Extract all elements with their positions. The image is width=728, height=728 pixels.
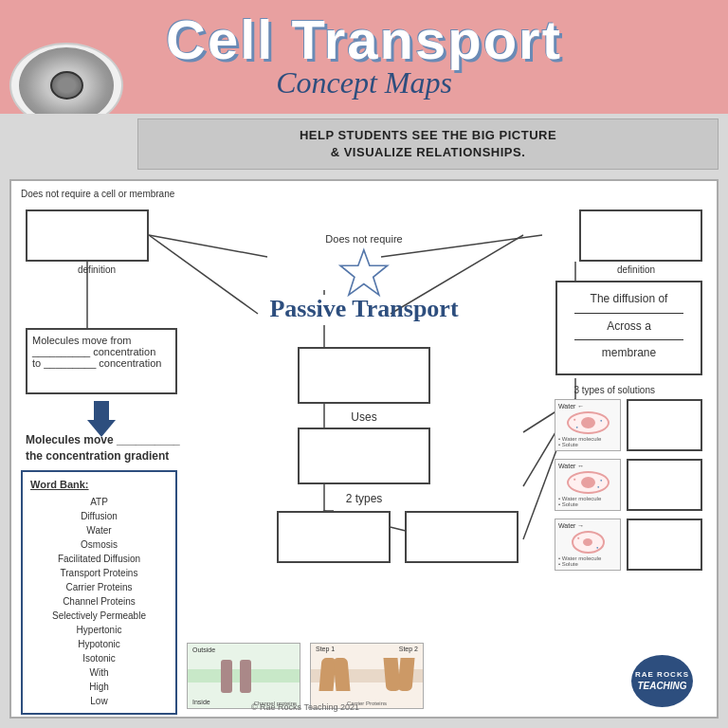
definition-label-left: definition <box>78 264 116 275</box>
header: Cell Transport Concept Maps <box>0 0 728 114</box>
star-container: Does not require <box>325 233 402 300</box>
box-top-right[interactable] <box>579 209 702 262</box>
word-bank-item-13: With <box>30 665 168 680</box>
subtitle: Concept Maps <box>276 65 452 100</box>
cell-nucleus <box>50 71 83 100</box>
diffusion-across: Across a <box>565 318 693 336</box>
box-center-bot1[interactable] <box>277 511 391 563</box>
diffusion-membrane: membrane <box>565 344 693 362</box>
bottom-image-channel: Inside Outside Channel proteins <box>187 643 300 709</box>
word-bank-item-8: Channel Proteins <box>30 594 168 609</box>
solutions-boxes: Water ← ● ● ● • Water molecule • Solute <box>555 399 702 571</box>
cell-inner-1 <box>581 417 595 428</box>
cell-inner-3 <box>583 538 592 546</box>
word-bank-item-4: Osmosis <box>30 537 168 552</box>
box-center-mid[interactable] <box>298 428 430 484</box>
solution-image-3: Water → ● ● • Water molecule • Solute <box>555 519 621 571</box>
word-bank-item-10: Hypertonic <box>30 623 168 637</box>
svg-marker-19 <box>340 250 388 295</box>
word-bank-item-6: Transport Proteins <box>30 566 168 580</box>
solution-row-1: Water ← ● ● ● • Water molecule • Solute <box>555 399 702 451</box>
info-line1: HELP STUDENTS SEE THE BIG PICTURE <box>153 127 703 144</box>
logo-line1: RAE ROCKS <box>635 670 689 680</box>
word-bank-item-14: High <box>30 680 168 694</box>
cell-inner-2 <box>581 477 595 488</box>
word-bank-item-9: Selectively Permeable <box>30 609 168 623</box>
word-bank-item-12: Isotonic <box>30 651 168 665</box>
to-concentration: to _________ concentration <box>32 357 171 369</box>
solution-row-2: Water ↔ ● ● ● • Water molecule • Solute <box>555 459 702 511</box>
arrow-shaft <box>94 401 109 420</box>
word-bank: Word Bank: ATP Diffusion Water Osmosis F… <box>21 470 177 715</box>
info-line2: & VISUALIZE RELATIONSHIPS. <box>153 144 703 161</box>
bottom-image-carrier: Step 1 Step 2 Carrier Proteins <box>310 643 424 709</box>
word-bank-item-3: Water <box>30 523 168 537</box>
solution-blank-2[interactable] <box>627 459 702 511</box>
svg-line-3 <box>381 235 542 257</box>
cell-diagram <box>19 47 114 123</box>
solution-image-1: Water ← ● ● ● • Water molecule • Solute <box>555 399 621 451</box>
logo-circle: RAE ROCKS TEACHING <box>631 655 693 707</box>
logo: RAE ROCKS TEACHING <box>631 655 698 712</box>
content-area: HELP STUDENTS SEE THE BIG PICTURE & VISU… <box>0 114 728 728</box>
box-top-left[interactable] <box>26 209 149 262</box>
word-bank-item-11: Hypotonic <box>30 637 168 651</box>
word-bank-item-2: Diffusion <box>30 509 168 523</box>
passive-transport-title: Passive Transport <box>269 295 458 323</box>
diffusion-line2 <box>574 339 683 340</box>
box-center-top[interactable] <box>298 347 430 404</box>
does-label: Does not require a cell or membrane <box>21 189 174 199</box>
logo-line2: TEACHING <box>637 680 686 692</box>
two-types-label: 2 types <box>346 492 383 505</box>
cell-dot-1: ● ● ● <box>567 411 610 434</box>
cell-dot-2: ● ● ● <box>567 471 610 494</box>
word-bank-item-15: Low <box>30 694 168 708</box>
three-types-label: 3 types of solutions <box>573 385 655 395</box>
star-icon <box>337 247 390 300</box>
box-center-bot2[interactable] <box>405 511 519 563</box>
molecules-move-text: Molecules move __________ the concentrat… <box>26 432 191 464</box>
solution-blank-3[interactable] <box>627 519 702 571</box>
solution-row-3: Water → ● ● • Water molecule • Solute <box>555 519 702 571</box>
main-wrapper: Cell Transport Concept Maps HELP STUDENT… <box>0 0 728 728</box>
diffusion-text-1: The diffusion of <box>565 290 693 308</box>
box-mid-left[interactable]: Molecules move from __________ concentra… <box>26 328 177 394</box>
svg-line-1 <box>149 235 267 257</box>
info-banner: HELP STUDENTS SEE THE BIG PICTURE & VISU… <box>137 118 719 170</box>
concept-map: Does not require a cell or membrane defi… <box>9 179 719 719</box>
word-bank-item-5: Facilitated Diffusion <box>30 552 168 566</box>
does-not-require-label: Does not require <box>325 233 402 245</box>
solution-image-2: Water ↔ ● ● ● • Water molecule • Solute <box>555 459 621 511</box>
molecules-from-text: Molecules move from <box>32 335 171 346</box>
main-title: Cell Transport <box>166 9 562 70</box>
uses-label: Uses <box>351 410 376 424</box>
blank-concentration: __________ concentration <box>32 346 171 357</box>
word-bank-item-7: Carrier Proteins <box>30 580 168 594</box>
solution-blank-1[interactable] <box>627 399 702 451</box>
bottom-images: Inside Outside Channel proteins Step 1 S… <box>187 643 424 709</box>
definition-label-right: definition <box>617 264 655 275</box>
svg-line-17 <box>149 235 258 314</box>
copyright: © Rae Rocks Teaching 2021 <box>251 702 359 712</box>
word-bank-title: Word Bank: <box>30 477 168 493</box>
word-bank-item-1: ATP <box>30 495 168 509</box>
box-diffusion[interactable]: The diffusion of Across a membrane <box>555 281 702 375</box>
cell-dot-3: ● ● <box>572 531 605 554</box>
diffusion-line1 <box>574 313 683 314</box>
